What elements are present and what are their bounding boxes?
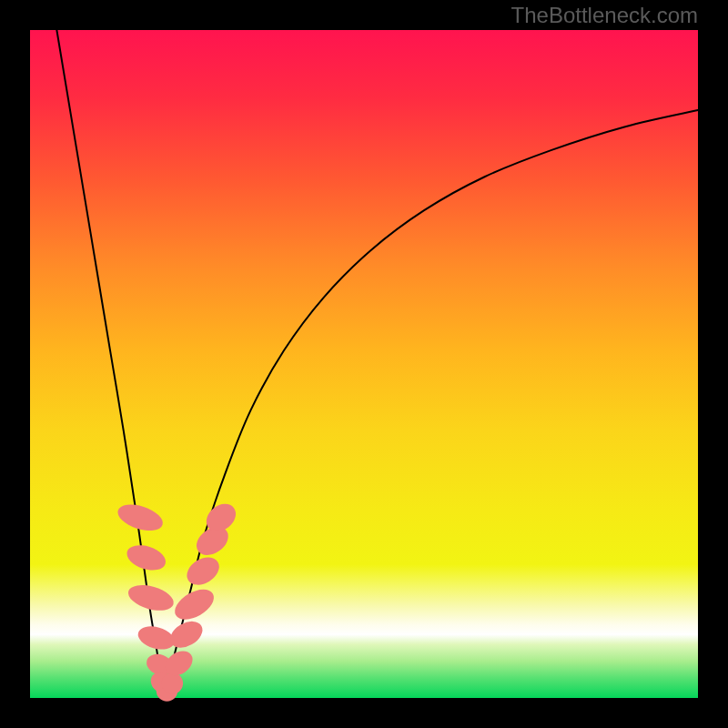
marker-point — [166, 616, 207, 653]
marker-point — [124, 541, 169, 574]
outer-frame: TheBottleneck.com — [0, 0, 728, 728]
marker-point — [115, 500, 167, 536]
curve-right-branch — [164, 110, 698, 698]
marker-point — [182, 551, 224, 591]
marker-point — [170, 583, 219, 625]
chart-svg — [30, 30, 698, 698]
plot-area — [30, 30, 698, 698]
watermark-text: TheBottleneck.com — [511, 3, 698, 28]
